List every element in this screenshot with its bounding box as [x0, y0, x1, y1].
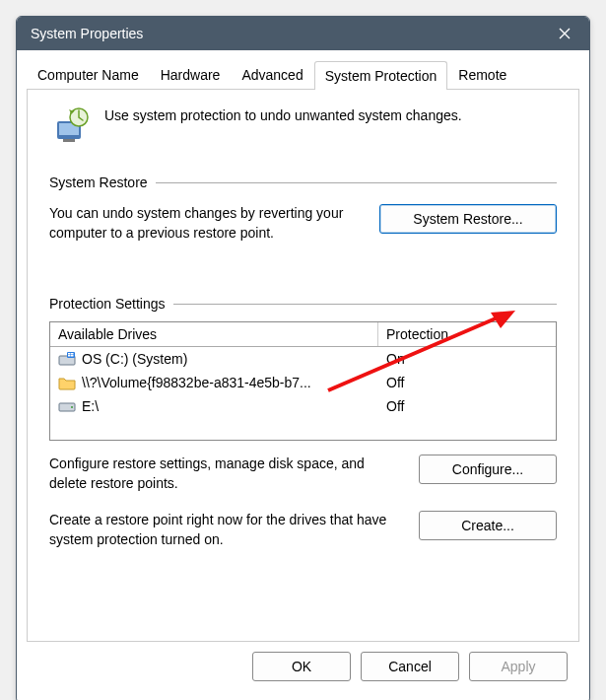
table-row-empty [50, 418, 556, 440]
system-properties-window: System Properties Computer Name Hardware… [16, 16, 590, 700]
close-icon[interactable] [550, 19, 579, 48]
svg-rect-12 [71, 355, 74, 357]
create-button[interactable]: Create... [419, 511, 557, 540]
titlebar: System Properties [17, 17, 589, 50]
svg-rect-2 [63, 139, 75, 142]
tab-remote[interactable]: Remote [447, 60, 517, 89]
drive-name: OS (C:) (System) [82, 351, 187, 367]
table-row[interactable]: E:\ Off [50, 394, 556, 418]
dialog-footer: OK Cancel Apply [27, 642, 579, 693]
folder-icon [58, 375, 76, 390]
tab-advanced[interactable]: Advanced [231, 60, 313, 89]
tab-body-system-protection: Use system protection to undo unwanted s… [27, 90, 579, 642]
configure-button[interactable]: Configure... [419, 455, 557, 484]
create-description: Create a restore point right now for the… [49, 511, 405, 549]
intro-text: Use system protection to undo unwanted s… [104, 104, 462, 123]
svg-rect-11 [68, 355, 71, 357]
drive-name: E:\ [82, 398, 99, 414]
drives-table: Available Drives Protection OS (C:) (Sys… [49, 321, 557, 441]
os-drive-icon [58, 351, 76, 367]
protection-settings-group: Protection Settings Available Drives Pro… [49, 296, 557, 549]
system-restore-button[interactable]: System Restore... [379, 204, 557, 234]
table-row[interactable]: \\?\Volume{f98832be-a831-4e5b-b7... Off [50, 371, 556, 394]
system-protection-shield-icon [49, 104, 93, 147]
svg-rect-9 [68, 353, 71, 355]
tab-computer-name[interactable]: Computer Name [27, 60, 150, 89]
ok-button[interactable]: OK [252, 652, 351, 681]
content-area: Computer Name Hardware Advanced System P… [17, 50, 589, 700]
system-restore-group: System Restore You can undo system chang… [49, 175, 557, 243]
cancel-button[interactable]: Cancel [361, 652, 459, 681]
tab-hardware[interactable]: Hardware [150, 60, 232, 89]
drives-table-header: Available Drives Protection [50, 322, 556, 347]
table-row[interactable]: OS (C:) (System) On [50, 347, 556, 371]
svg-point-14 [71, 406, 73, 408]
drive-protection: Off [378, 371, 556, 394]
svg-rect-10 [71, 353, 74, 355]
apply-button[interactable]: Apply [469, 652, 568, 681]
intro-row: Use system protection to undo unwanted s… [49, 104, 557, 147]
col-header-available-drives[interactable]: Available Drives [50, 322, 378, 346]
drive-protection: Off [378, 394, 556, 418]
configure-description: Configure restore settings, manage disk … [49, 455, 405, 493]
drive-protection: On [378, 347, 556, 371]
drive-name: \\?\Volume{f98832be-a831-4e5b-b7... [82, 375, 311, 390]
system-restore-group-label: System Restore [49, 175, 557, 190]
protection-settings-group-label: Protection Settings [49, 296, 557, 312]
local-drive-icon [58, 398, 76, 414]
system-restore-description: You can undo system changes by reverting… [49, 204, 366, 243]
window-title: System Properties [31, 26, 143, 41]
tabs: Computer Name Hardware Advanced System P… [27, 60, 579, 90]
col-header-protection[interactable]: Protection [378, 322, 556, 346]
tab-system-protection[interactable]: System Protection [314, 61, 448, 90]
